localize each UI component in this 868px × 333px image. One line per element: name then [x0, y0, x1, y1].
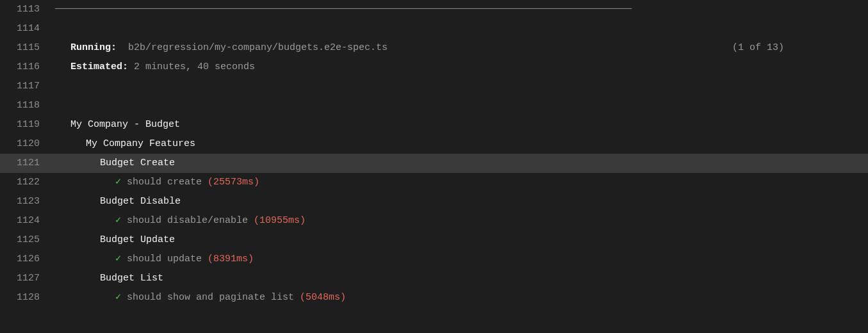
test-description: should show and paginate list [127, 292, 294, 303]
line-number: 1124 [0, 211, 54, 231]
log-line[interactable]: 1115Running: b2b/regression/my-company/b… [0, 38, 868, 58]
line-content: ✓ should create (25573ms) [54, 173, 868, 192]
line-number: 1120 [0, 134, 54, 154]
line-number: 1115 [0, 38, 54, 58]
estimated-value: 2 minutes, 40 seconds [134, 61, 255, 72]
line-content [54, 96, 868, 115]
feature-title: My Company Features [55, 134, 195, 154]
log-line[interactable]: 1125Budget Update [0, 231, 868, 250]
checkmark-icon: ✓ [115, 177, 121, 188]
line-number: 1123 [0, 192, 54, 211]
line-content: Running: b2b/regression/my-company/budge… [54, 38, 868, 58]
horizontal-rule: ────────────────────────────────────────… [55, 4, 632, 15]
line-content: Estimated: 2 minutes, 40 seconds [54, 58, 868, 77]
line-number: 1127 [0, 269, 54, 288]
checkmark-icon: ✓ [115, 215, 121, 226]
checkmark-icon: ✓ [115, 254, 121, 264]
line-number: 1114 [0, 19, 54, 38]
test-description: should disable/enable [127, 215, 248, 226]
line-number: 1118 [0, 96, 54, 115]
log-line[interactable]: 1121Budget Create [0, 154, 868, 173]
log-line[interactable]: 1116Estimated: 2 minutes, 40 seconds [0, 58, 868, 77]
test-timing: (5048ms) [300, 292, 346, 303]
estimated-label: Estimated: [70, 61, 128, 72]
line-content [54, 19, 868, 38]
line-content: ✓ should disable/enable (10955ms) [54, 211, 868, 231]
line-content: My Company - Budget [54, 115, 868, 134]
log-line[interactable]: 1113────────────────────────────────────… [0, 0, 868, 19]
line-content: My Company Features [54, 134, 868, 154]
line-content: ✓ should update (8391ms) [54, 250, 868, 269]
log-line[interactable]: 1126✓ should update (8391ms) [0, 250, 868, 269]
test-group-title: Budget Disable [55, 192, 181, 211]
line-content [54, 77, 868, 96]
test-timing: (8391ms) [208, 254, 254, 264]
line-content: Budget Create [54, 154, 868, 173]
log-line[interactable]: 1114 [0, 19, 868, 38]
suite-title: My Company - Budget [55, 115, 180, 134]
running-label: Running: [70, 38, 117, 58]
line-content: Budget Update [54, 231, 868, 250]
log-line[interactable]: 1128✓ should show and paginate list (504… [0, 288, 868, 307]
spec-path: b2b/regression/my-company/budgets.e2e-sp… [117, 38, 732, 58]
test-description: should update [127, 254, 202, 264]
line-number: 1128 [0, 288, 54, 307]
line-number: 1119 [0, 115, 54, 134]
test-description: should create [127, 177, 202, 188]
log-line[interactable]: 1124✓ should disable/enable (10955ms) [0, 211, 868, 231]
line-content: ────────────────────────────────────────… [54, 0, 868, 19]
line-content: Budget List [54, 269, 868, 288]
spec-count: (1 of 13) [732, 38, 784, 58]
log-line[interactable]: 1123Budget Disable [0, 192, 868, 211]
line-number: 1121 [0, 154, 54, 173]
test-group-title: Budget List [55, 269, 163, 288]
line-content: ✓ should show and paginate list (5048ms) [54, 288, 868, 307]
log-line[interactable]: 1120My Company Features [0, 134, 868, 154]
log-line[interactable]: 1119My Company - Budget [0, 115, 868, 134]
line-number: 1126 [0, 250, 54, 269]
log-line[interactable]: 1122✓ should create (25573ms) [0, 173, 868, 192]
log-viewer: 1113────────────────────────────────────… [0, 0, 868, 307]
line-number: 1116 [0, 58, 54, 77]
log-line[interactable]: 1127Budget List [0, 269, 868, 288]
line-number: 1122 [0, 173, 54, 192]
test-timing: (10955ms) [254, 215, 306, 226]
line-number: 1117 [0, 77, 54, 96]
line-content: Budget Disable [54, 192, 868, 211]
line-number: 1125 [0, 231, 54, 250]
test-group-title: Budget Update [55, 231, 175, 250]
line-number: 1113 [0, 0, 54, 19]
log-line[interactable]: 1117 [0, 77, 868, 96]
checkmark-icon: ✓ [115, 292, 121, 303]
test-group-title: Budget Create [55, 154, 175, 173]
log-line[interactable]: 1118 [0, 96, 868, 115]
test-timing: (25573ms) [208, 177, 259, 188]
